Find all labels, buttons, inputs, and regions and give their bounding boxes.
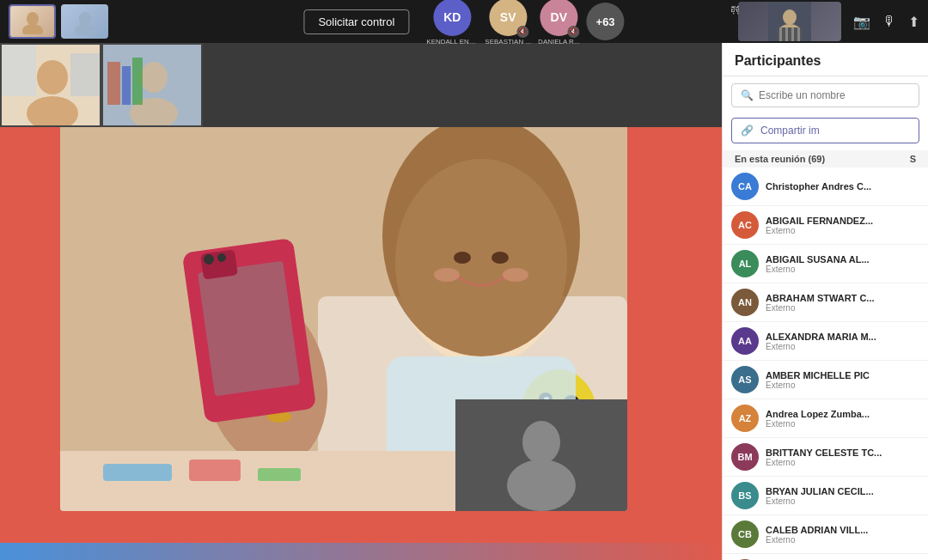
svg-point-1 [22, 24, 43, 34]
mic-off-icon: 🔇 [516, 26, 528, 38]
participant-avatar: AN [731, 289, 759, 316]
participant-name: CALEB ADRIAN VILL... [766, 525, 919, 535]
participant-name: AMBER MICHELLE PIC [766, 370, 919, 380]
participant-avatar: BS [731, 482, 759, 509]
remote-thumb [738, 2, 841, 41]
participant-name: ABRAHAM STWART C... [766, 293, 919, 303]
participant-name: Andrea Lopez Zumba... [766, 409, 919, 419]
participant-name: BRITTANY CELESTE TC... [766, 447, 919, 458]
participant-name: ABIGAIL SUSANA AL... [766, 254, 919, 265]
svg-point-0 [27, 12, 39, 26]
participant-info: ALEXANDRA MARIA M...Externo [766, 332, 919, 351]
search-input[interactable] [759, 89, 910, 101]
svg-point-44 [503, 268, 528, 282]
participant-status: Externo [766, 303, 919, 313]
participant-name: ALEXANDRA MARIA M... [766, 332, 919, 342]
participants-panel: Participantes 🔍 🔗 Compartir im En esta r… [722, 43, 928, 560]
bottom-right-overlay [455, 399, 627, 511]
participant-name: ABIGAIL FERNANDEZ... [766, 216, 919, 226]
participant-info: CALEB ADRIAN VILL...Externo [766, 525, 919, 545]
svg-rect-11 [797, 27, 800, 41]
participant-avatar: AS [731, 366, 759, 393]
svg-rect-21 [107, 62, 120, 105]
lower-bar [0, 543, 722, 560]
participant-avatar: AA [731, 327, 759, 355]
participant-item: ASAMBER MICHELLE PICExterno [723, 361, 928, 399]
mic-icon[interactable]: 🎙 [882, 14, 896, 29]
participant-status: Externo [766, 458, 919, 467]
share-icon: 🔗 [741, 125, 754, 137]
svg-point-5 [783, 9, 797, 25]
strip-spacer [203, 43, 722, 127]
svg-point-2 [79, 12, 91, 26]
share-button[interactable]: 🔗 Compartir im [731, 118, 919, 143]
svg-point-40 [382, 125, 580, 356]
participant-status: Externo [766, 535, 919, 545]
participants-list[interactable]: CAChristopher Andres C...ACABIGAIL FERNA… [723, 167, 928, 560]
svg-rect-23 [132, 58, 143, 105]
participant-info: ABRAHAM STWART C...Externo [766, 293, 919, 313]
participant-status: Externo [766, 342, 919, 351]
meeting-section-header: En esta reunión (69) S [723, 150, 928, 167]
svg-rect-47 [103, 464, 172, 481]
participant-status: Externo [766, 380, 919, 390]
svg-rect-36 [200, 249, 238, 279]
participant-status: Externo [766, 496, 919, 506]
participant-info: Andrea Lopez Zumba...Externo [766, 409, 919, 429]
participant-name: BRYAN JULIAN CECIL... [766, 486, 919, 496]
svg-point-52 [507, 460, 576, 511]
participants-circles: KD KENDALL ENRI... SV 🔇 SEBASTIAN ... DV… [426, 0, 624, 46]
participant-avatar: CB [731, 520, 759, 548]
participant-status: Externo [766, 419, 919, 429]
svg-rect-15 [2, 45, 36, 96]
participant-status: Externo [766, 265, 919, 274]
person-thumb-2 [61, 4, 108, 39]
person2-strip [101, 43, 203, 127]
participant-avatar: BM [731, 443, 759, 471]
self-cam-strip [0, 43, 101, 127]
participant-item: AAALEXANDRA MARIA M...Externo [723, 322, 928, 361]
svg-rect-9 [785, 27, 788, 41]
participant-item: CBCALEB ADRIAN VILL...Externo [723, 515, 928, 554]
participant-status: Externo [766, 226, 919, 235]
svg-rect-49 [258, 468, 301, 481]
svg-rect-16 [70, 53, 101, 96]
avatar-dv: DV 🔇 DANIELA R... [538, 0, 579, 46]
participant-item: ACABIGAIL FERNANDEZ...Externo [723, 206, 928, 245]
center-controls: Solicitar control KD KENDALL ENRI... SV … [303, 0, 624, 46]
search-box[interactable]: 🔍 [731, 83, 919, 107]
main-shared-image [60, 125, 627, 511]
participant-item: AZAndrea Lopez Zumba...Externo [723, 399, 928, 438]
main-content: Participantes 🔍 🔗 Compartir im En esta r… [0, 43, 928, 560]
participant-item: ALABIGAIL SUSANA AL...Externo [723, 245, 928, 283]
participant-info: BRYAN JULIAN CECIL...Externo [766, 486, 919, 506]
participant-item: BSBRYAN JULIAN CECIL...Externo [723, 477, 928, 515]
share-screen-icon[interactable]: ⬆ [908, 14, 919, 30]
svg-rect-8 [779, 27, 782, 41]
svg-rect-48 [189, 460, 241, 481]
panel-title: Participantes [723, 43, 928, 76]
svg-point-13 [37, 60, 68, 94]
participant-avatar: AZ [731, 405, 759, 432]
participant-info: Christopher Andres C... [766, 181, 919, 192]
participant-avatar: AC [731, 211, 759, 239]
top-bar: Solicitar control KD KENDALL ENRI... SV … [0, 0, 928, 43]
participant-item: CBCarmen Elena Gomez...Externo [723, 554, 928, 560]
svg-point-41 [454, 252, 471, 264]
camera-icon[interactable]: 📷 [853, 14, 870, 30]
search-icon: 🔍 [741, 89, 754, 101]
svg-point-42 [491, 252, 509, 264]
participant-name: Christopher Andres C... [766, 181, 919, 192]
avatar-kd: KD KENDALL ENRI... [426, 0, 478, 46]
participant-avatar: AL [731, 250, 759, 277]
request-control-button[interactable]: Solicitar control [303, 9, 409, 34]
participant-info: ABIGAIL SUSANA AL...Externo [766, 254, 919, 274]
top-strip [0, 43, 722, 127]
svg-rect-22 [122, 66, 131, 105]
svg-point-43 [434, 268, 460, 282]
participant-avatar: CA [731, 173, 759, 200]
self-thumb [9, 4, 56, 39]
mic-off-icon-2: 🔇 [567, 26, 579, 38]
svg-point-3 [75, 24, 95, 34]
participant-info: ABIGAIL FERNANDEZ...Externo [766, 216, 919, 235]
